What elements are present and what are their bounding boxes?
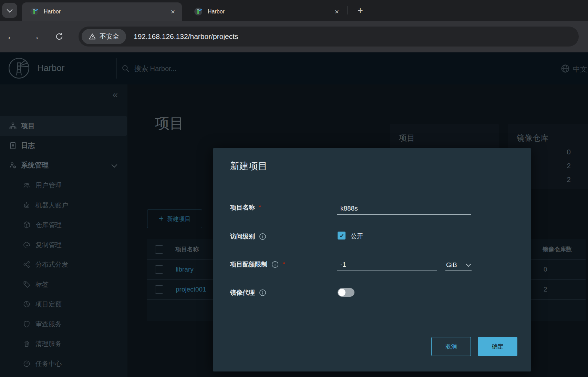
warning-icon: [89, 33, 96, 40]
nodes-icon: [9, 122, 17, 130]
sidebar-divider: [0, 107, 127, 107]
quota-label-row: 项目配额限制 *: [230, 260, 285, 268]
project-link[interactable]: library: [176, 266, 194, 273]
globe-icon: [560, 64, 570, 73]
row-checkbox[interactable]: [155, 265, 163, 274]
check-icon: [339, 233, 344, 238]
sidebar-item-label: 系统管理: [21, 161, 49, 170]
sidebar-item-robot-accounts[interactable]: 机器人账户: [0, 195, 127, 215]
column-header-name: 项目名称: [175, 245, 199, 253]
trash-icon: [23, 340, 31, 348]
back-button[interactable]: ←: [3, 28, 19, 45]
sidebar-item-label: 标签: [35, 280, 49, 289]
address-bar[interactable]: 不安全 192.168.126.132/harbor/projects: [79, 27, 579, 47]
row-checkbox[interactable]: [155, 285, 163, 294]
tab-separator: [348, 6, 348, 14]
public-checkbox[interactable]: [338, 232, 345, 240]
new-project-modal: 新建项目 项目名称 * 访问级别 公开 项目配额限制: [213, 148, 531, 371]
sidebar-item-label: 日志: [21, 141, 35, 150]
new-tab-button[interactable]: +: [354, 4, 367, 17]
sidebar-item-administration[interactable]: 系统管理: [0, 155, 127, 175]
robot-icon: [23, 201, 31, 209]
repo-count-cell: 0: [544, 266, 547, 273]
browser-tab-active[interactable]: Harbor ×: [22, 2, 182, 21]
close-icon[interactable]: ×: [168, 7, 178, 17]
sidebar-item-replications[interactable]: 复制管理: [0, 235, 127, 255]
sidebar-item-label: 项目定额: [35, 300, 62, 309]
new-project-button[interactable]: + 新建项目: [147, 210, 202, 228]
project-name-label: 项目名称: [230, 203, 255, 212]
forward-button[interactable]: →: [27, 28, 43, 45]
repo-count-cell: 2: [544, 286, 547, 293]
tag-icon: [23, 281, 31, 288]
plus-icon: +: [159, 214, 164, 223]
chevron-down-icon: [112, 162, 117, 167]
quota-label: 项目配额限制: [230, 260, 267, 268]
sidebar-item-clean-up[interactable]: 清理服务: [0, 334, 127, 354]
language-selector[interactable]: 中文: [573, 64, 587, 74]
close-icon[interactable]: ×: [332, 7, 342, 17]
toggle-knob: [338, 289, 345, 296]
sidebar-item-users[interactable]: 用户管理: [0, 175, 127, 195]
access-level-label: 访问级别: [230, 232, 255, 241]
sidebar-item-label: 用户管理: [35, 181, 62, 190]
access-level-label-row: 访问级别: [230, 232, 267, 241]
page-title: 项目: [155, 114, 184, 133]
browser-tab-strip: Harbor × Harbor × +: [0, 0, 588, 21]
security-chip[interactable]: 不安全: [82, 29, 126, 44]
sidebar-collapse-icon[interactable]: «: [112, 89, 118, 100]
sidebar-item-labels[interactable]: 标签: [0, 275, 127, 294]
sidebar-item-project-quotas[interactable]: 项目定额: [0, 294, 127, 314]
project-name-field-wrap: [337, 203, 471, 215]
sidebar-item-logs[interactable]: 日志: [0, 136, 127, 155]
project-link[interactable]: project001: [176, 286, 206, 293]
screen: Harbor × Harbor × + ← →: [0, 0, 588, 377]
url-text[interactable]: 192.168.126.132/harbor/projects: [134, 32, 238, 41]
sidebar: « 项目 日志 系统管理: [0, 84, 127, 377]
log-icon: [9, 142, 17, 150]
shield-icon: [23, 320, 31, 328]
search-input[interactable]: [134, 62, 328, 75]
cancel-button[interactable]: 取消: [431, 337, 471, 356]
sidebar-item-label: 仓库管理: [35, 221, 62, 230]
sidebar-item-projects[interactable]: 项目: [0, 116, 127, 136]
share-icon: [23, 261, 31, 268]
quota-unit-value: GiB: [446, 261, 457, 269]
admin-gear-icon: [9, 161, 17, 169]
ok-button[interactable]: 确定: [478, 337, 517, 356]
quota-input[interactable]: [337, 259, 437, 271]
required-asterisk: *: [283, 261, 285, 268]
public-checkbox-label: 公开: [351, 232, 363, 240]
sidebar-item-interrogation-services[interactable]: 审查服务: [0, 314, 127, 334]
harbor-favicon: [30, 7, 39, 16]
pie-icon: [23, 300, 31, 308]
reload-button[interactable]: [51, 28, 68, 45]
modal-title: 新建项目: [230, 160, 267, 172]
quota-unit-select[interactable]: GiB: [445, 259, 472, 271]
info-icon[interactable]: [271, 261, 279, 268]
chevron-down-icon: [7, 7, 13, 12]
new-project-button-label: 新建项目: [167, 215, 190, 223]
security-label: 不安全: [100, 32, 119, 41]
info-icon[interactable]: [259, 233, 267, 241]
browser-tab-inactive[interactable]: Harbor ×: [186, 2, 346, 21]
card-label: 项目: [399, 133, 499, 143]
info-icon[interactable]: [259, 289, 267, 297]
sidebar-item-distribution[interactable]: 分布式分发: [0, 255, 127, 274]
harbor-logo[interactable]: [8, 57, 30, 80]
select-all-checkbox[interactable]: [155, 245, 163, 254]
proxy-toggle[interactable]: [338, 288, 354, 297]
project-name-input[interactable]: [337, 203, 471, 214]
gauge-icon: [23, 360, 31, 368]
tab-search-button[interactable]: [2, 3, 17, 18]
quota-field-wrap: [337, 259, 437, 271]
cloud-icon: [23, 241, 31, 249]
harbor-header: Harbor 中文: [0, 52, 588, 84]
project-name-label-row: 项目名称 *: [230, 203, 261, 212]
tab-title: Harbor: [44, 9, 168, 15]
sidebar-item-registries[interactable]: 仓库管理: [0, 215, 127, 235]
sidebar-item-job-service[interactable]: 任务中心: [0, 354, 127, 374]
users-icon: [23, 181, 31, 189]
column-separator: [536, 243, 536, 255]
sidebar-item-label: 分布式分发: [35, 260, 68, 269]
